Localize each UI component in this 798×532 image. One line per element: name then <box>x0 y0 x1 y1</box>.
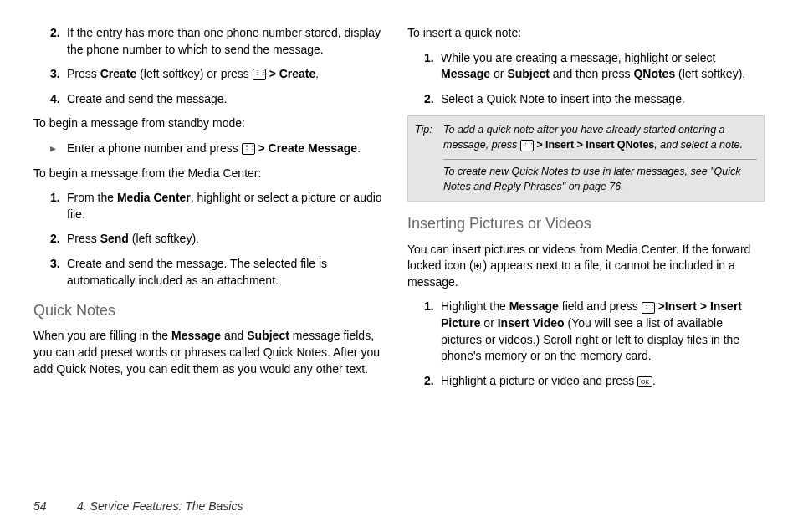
text: Highlight the <box>441 299 509 313</box>
text: , and select a note. <box>654 139 743 151</box>
chevron-icon: > <box>577 139 583 151</box>
tip-box: Tip: To add a quick note after you have … <box>407 115 765 202</box>
chevron-icon: > <box>700 299 707 313</box>
forward-locked-icon: ⛨ <box>473 259 483 274</box>
two-column-layout: 2. If the entry has more than one phone … <box>33 25 765 483</box>
chevron-icon: > <box>269 67 276 80</box>
list-item: 4. Create and send the message. <box>33 91 391 108</box>
tip-label: Tip: <box>415 123 443 194</box>
tip-row: Tip: To add a quick note after you have … <box>415 123 757 194</box>
list-item: 3. Create and send the message. The sele… <box>33 256 391 289</box>
text: . <box>652 374 656 387</box>
bold-text: Message <box>441 67 490 80</box>
list-number: 2. <box>424 91 441 108</box>
document-page: 2. If the entry has more than one phone … <box>0 0 798 532</box>
text: (left softkey). <box>675 67 745 80</box>
list-item: 3. Press Create (left softkey) or press … <box>33 66 391 83</box>
text: or <box>480 316 497 330</box>
list-item: ▸ Enter a phone number and press > Creat… <box>33 141 391 157</box>
list-body: While you are creating a message, highli… <box>441 50 765 83</box>
section-lead: To insert a quick note: <box>407 25 765 42</box>
bold-text: Subject <box>507 67 550 80</box>
text: and <box>221 329 247 342</box>
chevron-icon: > <box>258 141 264 155</box>
list-item: 1. Highlight the Message field and press… <box>407 299 765 364</box>
list-item: 2. If the entry has more than one phone … <box>33 25 391 58</box>
list-item: 1. From the Media Center, highlight or s… <box>33 190 391 223</box>
bold-text: Insert QNotes <box>586 139 654 151</box>
list-number: 1. <box>50 190 67 223</box>
text: To create new Quick Notes to use in late… <box>443 166 741 192</box>
list-body: If the entry has more than one phone num… <box>67 25 391 58</box>
section-lead: To begin a message from standby mode: <box>33 115 391 132</box>
menu-key-icon <box>253 69 266 80</box>
section-lead: To begin a message from the Media Center… <box>33 166 391 182</box>
list-number: 3. <box>50 256 67 289</box>
text: (left softkey) or press <box>136 67 252 80</box>
bold-text: Create <box>279 67 316 80</box>
list-body: Create and send the message. <box>67 91 391 108</box>
list-body: Enter a phone number and press > Create … <box>67 141 391 157</box>
list-body: Highlight a picture or video and press O… <box>441 373 765 390</box>
list-item: 2. Highlight a picture or video and pres… <box>407 373 765 390</box>
text: Enter a phone number and press <box>67 141 242 155</box>
list-number: 4. <box>50 91 67 108</box>
text: While you are creating a message, highli… <box>441 51 715 64</box>
paragraph: You can insert pictures or videos from M… <box>407 242 765 291</box>
tip-body: To add a quick note after you have alrea… <box>443 123 757 194</box>
heading-quick-notes: Quick Notes <box>33 300 391 321</box>
page-number: 54 <box>33 499 54 515</box>
chapter-title: 4. Service Features: The Basics <box>77 499 243 515</box>
bold-text: Create Message <box>269 141 358 155</box>
list-number: 2. <box>50 231 67 248</box>
bold-text: Insert <box>665 299 697 313</box>
bold-text: Media Center <box>117 191 191 204</box>
text: . <box>315 67 319 80</box>
right-column: To insert a quick note: 1. While you are… <box>407 25 765 483</box>
bullet-icon: ▸ <box>50 141 67 157</box>
bold-text: Insert <box>545 139 574 151</box>
chevron-icon: > <box>658 299 665 313</box>
bold-text: Subject <box>247 329 289 342</box>
list-number: 3. <box>50 66 67 83</box>
list-number: 1. <box>424 299 441 364</box>
text: Press <box>67 232 100 245</box>
text: (left softkey). <box>129 232 199 245</box>
text: When you are filling in the <box>33 329 171 342</box>
list-body: Press Send (left softkey). <box>67 231 391 248</box>
list-body: Select a Quick Note to insert into the m… <box>441 91 765 108</box>
bold-text: Create <box>100 67 137 80</box>
menu-key-icon <box>242 143 255 155</box>
bold-text: Send <box>100 232 129 245</box>
ok-key-icon: OK <box>637 376 652 387</box>
list-body: Create and send the message. The selecte… <box>67 256 391 289</box>
list-body: Press Create (left softkey) or press > C… <box>67 66 391 83</box>
heading-inserting-pictures: Inserting Pictures or Videos <box>407 213 765 234</box>
list-item: 2. Press Send (left softkey). <box>33 231 391 248</box>
list-item: 2. Select a Quick Note to insert into th… <box>407 91 765 108</box>
chevron-icon: > <box>536 139 542 151</box>
text: or <box>490 67 507 80</box>
left-column: 2. If the entry has more than one phone … <box>33 25 391 483</box>
page-footer: 54 4. Service Features: The Basics <box>33 499 765 515</box>
text: Highlight a picture or video and press <box>441 374 637 387</box>
list-number: 2. <box>424 373 441 390</box>
divider <box>443 159 757 160</box>
text: field and press <box>559 299 642 313</box>
list-body: From the Media Center, highlight or sele… <box>67 190 391 223</box>
list-item: 1. While you are creating a message, hig… <box>407 50 765 83</box>
bold-text: Message <box>509 299 559 313</box>
text: and then press <box>550 67 633 80</box>
bold-text: Insert Video <box>498 316 565 330</box>
bold-text: Message <box>171 329 221 342</box>
bold-text: QNotes <box>633 67 675 80</box>
text: Press <box>67 67 100 80</box>
paragraph: When you are filling in the Message and … <box>33 328 391 377</box>
text: . <box>357 141 361 155</box>
list-body: Highlight the Message field and press >I… <box>441 299 765 364</box>
menu-key-icon <box>520 140 534 151</box>
menu-key-icon <box>642 302 655 314</box>
list-number: 1. <box>424 50 441 83</box>
text: From the <box>67 191 117 204</box>
list-number: 2. <box>50 25 67 58</box>
